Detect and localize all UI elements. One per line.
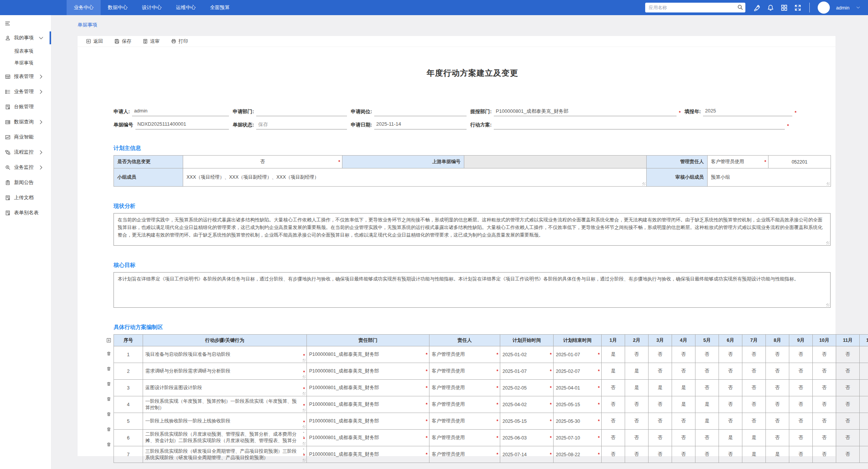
month-flag-cell[interactable]: 否 [649,413,672,430]
month-flag-cell[interactable]: 否 [719,380,742,396]
month-flag-cell[interactable]: 否 [695,363,719,380]
start-date-cell[interactable]: 2025-06-03* [500,430,554,446]
nav-tab-3[interactable]: 设计中心 [135,0,169,15]
bell-icon[interactable] [767,4,774,11]
add-row-icon[interactable] [106,338,111,343]
month-flag-cell[interactable]: 否 [625,396,649,413]
resize-corner-icon[interactable] [642,182,646,185]
sidebar-item[interactable]: 数据查询 [0,114,51,129]
month-flag-cell[interactable]: 否 [860,396,868,413]
plan-manager-code-field[interactable]: 052201 [768,156,831,168]
step-cell[interactable]: 需求调研与分析阶段需求调研与分析阶段* [143,363,307,380]
field-input[interactable]: 2025-11-14 [374,121,467,129]
month-flag-cell[interactable]: 否 [672,346,695,363]
fullscreen-icon[interactable] [794,4,801,11]
month-flag-cell[interactable]: 否 [836,346,860,363]
dept-cell[interactable]: P100000801_成都泰美克_财务部* [307,430,429,446]
step-cell[interactable]: 二阶段系统实现阶段（月度滚动预测、管理报表、预算分析、成本费用分摊、资金计划）二… [143,430,307,446]
resize-corner-icon[interactable] [303,442,306,445]
resize-corner-icon[interactable] [303,376,306,379]
search-input[interactable] [645,3,745,12]
month-flag-cell[interactable]: 否 [719,446,742,463]
month-flag-cell[interactable]: 是 [719,430,742,446]
month-flag-cell[interactable]: 否 [625,413,649,430]
month-flag-cell[interactable]: 是 [672,396,695,413]
month-flag-cell[interactable]: 否 [836,446,860,463]
month-flag-cell[interactable]: 否 [742,380,766,396]
dept-cell[interactable]: P100000801_成都泰美克_财务部* [307,413,429,430]
delete-row-button[interactable] [106,407,111,422]
month-flag-cell[interactable]: 否 [860,346,868,363]
dept-cell[interactable]: P100000801_成都泰美克_财务部* [307,363,429,380]
month-flag-cell[interactable]: 否 [602,446,625,463]
sidebar-item[interactable]: 台账管理 [0,99,51,114]
nav-tab-4[interactable]: 运维中心 [169,0,203,15]
month-flag-cell[interactable]: 否 [649,346,672,363]
month-flag-cell[interactable]: 否 [813,346,836,363]
month-flag-cell[interactable]: 是 [602,363,625,380]
month-flag-cell[interactable]: 是 [625,380,649,396]
person-cell[interactable]: 客户管理员使用* [429,363,500,380]
sidebar-item[interactable]: 商业智能 [0,129,51,145]
delete-row-button[interactable] [106,346,111,361]
delete-row-button[interactable] [106,422,111,437]
month-flag-cell[interactable]: 否 [836,413,860,430]
month-flag-cell[interactable]: 否 [789,380,813,396]
sidebar-item[interactable]: 新闻公告 [0,175,51,190]
month-flag-cell[interactable]: 是 [649,380,672,396]
resize-corner-icon[interactable] [303,392,306,395]
month-flag-cell[interactable]: 否 [860,363,868,380]
end-date-cell[interactable]: 2025-08-22* [554,446,602,463]
sidebar-item[interactable]: 表单别名表 [0,205,51,220]
month-flag-cell[interactable]: 否 [789,396,813,413]
nav-tab-1[interactable]: 业务中心 [67,0,101,15]
month-flag-cell[interactable]: 否 [672,413,695,430]
month-flag-cell[interactable]: 否 [836,380,860,396]
resize-corner-icon[interactable] [826,304,829,307]
month-flag-cell[interactable]: 否 [742,346,766,363]
person-cell[interactable]: 客户管理员使用* [429,413,500,430]
person-cell[interactable]: 客户管理员使用* [429,446,500,463]
month-flag-cell[interactable]: 否 [649,396,672,413]
month-flag-cell[interactable]: 否 [672,363,695,380]
month-flag-cell[interactable]: 否 [719,396,742,413]
month-flag-cell[interactable]: 否 [649,446,672,463]
resize-corner-icon[interactable] [303,409,306,412]
person-cell[interactable]: 客户管理员使用* [429,430,500,446]
month-flag-cell[interactable]: 否 [602,380,625,396]
month-flag-cell[interactable]: 是 [695,413,719,430]
dept-cell[interactable]: P100000801_成都泰美克_财务部* [307,346,429,363]
resize-corner-icon[interactable] [303,459,306,462]
toolbar-button[interactable]: 打印 [171,38,188,45]
resize-corner-icon[interactable] [827,182,830,185]
person-cell[interactable]: 客户管理员使用* [429,346,500,363]
hamburger-icon[interactable] [5,20,11,26]
rocket-icon[interactable] [753,4,761,11]
month-flag-cell[interactable]: 否 [766,380,789,396]
plan-review-field[interactable]: 预算小组 [708,168,831,187]
user-avatar-icon[interactable] [818,2,830,14]
user-name[interactable]: admin [836,5,849,11]
month-flag-cell[interactable]: 否 [625,430,649,446]
month-flag-cell[interactable]: 否 [860,430,868,446]
month-flag-cell[interactable]: 否 [813,380,836,396]
month-flag-cell[interactable]: 否 [672,446,695,463]
month-flag-cell[interactable]: 否 [789,446,813,463]
step-cell[interactable]: 三阶段系统实现阶段（研发项目全周期管理、产品项目投前预测）三阶段系统实现阶段（研… [143,446,307,463]
month-flag-cell[interactable]: 否 [719,346,742,363]
step-cell[interactable]: 项目准备与启动阶段项目准备与启动阶段* [143,346,307,363]
search-icon[interactable] [737,4,743,10]
cell-scroll-spinner[interactable] [302,431,305,438]
month-flag-cell[interactable]: 是 [766,446,789,463]
cell-scroll-spinner[interactable] [302,448,305,455]
field-input[interactable]: NDXD2025111400001 [135,121,229,129]
toolbar-button[interactable]: 送审 [143,38,160,45]
month-flag-cell[interactable]: 是 [672,380,695,396]
dept-cell[interactable]: P100000801_成都泰美克_财务部* [307,380,429,396]
nav-tab-5[interactable]: 全面预算 [203,0,237,15]
month-flag-cell[interactable]: 否 [742,363,766,380]
month-flag-cell[interactable]: 否 [813,413,836,430]
month-flag-cell[interactable]: 是 [695,396,719,413]
end-date-cell[interactable]: 2025-04-01* [554,380,602,396]
month-flag-cell[interactable]: 否 [860,380,868,396]
